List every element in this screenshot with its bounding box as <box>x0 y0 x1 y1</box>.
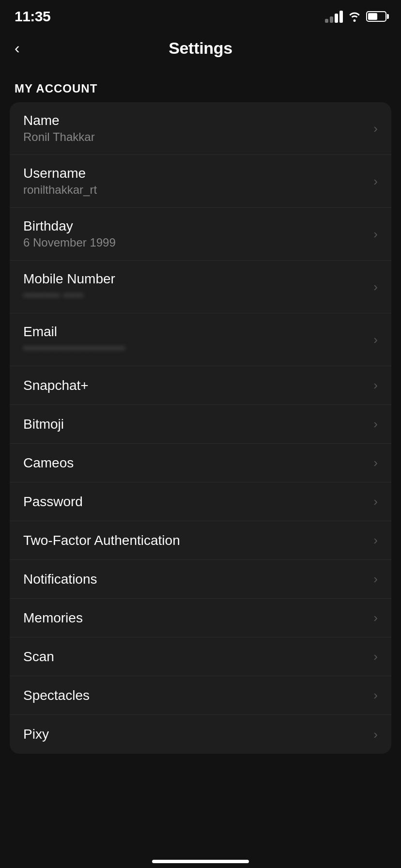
settings-item-content-cameos: Cameos <box>23 455 74 471</box>
settings-item-content-mobile: Mobile Number••••••••• ••••• <box>23 271 115 302</box>
settings-item-snapchat-plus[interactable]: Snapchat+› <box>10 366 391 405</box>
chevron-right-icon-notifications: › <box>373 572 378 587</box>
settings-item-title-pixy: Pixy <box>23 727 49 742</box>
settings-item-pixy[interactable]: Pixy› <box>10 715 391 754</box>
settings-card: NameRonil Thakkar›Usernameronilthakkar_r… <box>10 102 391 754</box>
section-my-account: MY ACCOUNT <box>0 72 401 102</box>
settings-item-subtitle-name: Ronil Thakkar <box>23 130 95 144</box>
settings-item-content-bitmoji: Bitmoji <box>23 417 64 432</box>
settings-item-title-two-factor: Two-Factor Authentication <box>23 533 180 548</box>
settings-item-title-birthday: Birthday <box>23 218 116 234</box>
settings-item-title-name: Name <box>23 113 95 128</box>
battery-icon <box>366 11 386 22</box>
signal-bar-4 <box>339 11 343 23</box>
settings-item-subtitle-email: ••••••••••••••••••••••••• <box>23 341 125 355</box>
settings-item-title-snapchat-plus: Snapchat+ <box>23 378 89 393</box>
settings-item-title-scan: Scan <box>23 649 54 665</box>
settings-item-subtitle-birthday: 6 November 1999 <box>23 236 116 249</box>
settings-item-title-cameos: Cameos <box>23 455 74 471</box>
settings-item-subtitle-username: ronilthakkar_rt <box>23 183 97 197</box>
settings-item-content-notifications: Notifications <box>23 572 97 587</box>
settings-item-title-mobile: Mobile Number <box>23 271 115 287</box>
back-chevron-icon: ‹ <box>15 39 20 57</box>
chevron-right-icon-bitmoji: › <box>373 417 378 432</box>
settings-item-scan[interactable]: Scan› <box>10 637 391 676</box>
chevron-right-icon-name: › <box>373 121 378 136</box>
settings-item-mobile[interactable]: Mobile Number••••••••• •••••› <box>10 261 391 313</box>
settings-item-birthday[interactable]: Birthday6 November 1999› <box>10 208 391 261</box>
status-bar: 11:35 <box>0 0 401 29</box>
settings-item-title-bitmoji: Bitmoji <box>23 417 64 432</box>
settings-item-title-email: Email <box>23 324 125 340</box>
settings-item-bitmoji[interactable]: Bitmoji› <box>10 405 391 444</box>
settings-item-email[interactable]: Email•••••••••••••••••••••••••› <box>10 313 391 366</box>
settings-item-content-username: Usernameronilthakkar_rt <box>23 166 97 197</box>
settings-item-password[interactable]: Password› <box>10 482 391 521</box>
status-icons <box>325 11 386 23</box>
wifi-icon <box>348 11 361 22</box>
settings-item-content-name: NameRonil Thakkar <box>23 113 95 144</box>
settings-item-username[interactable]: Usernameronilthakkar_rt› <box>10 155 391 208</box>
settings-item-subtitle-mobile: ••••••••• ••••• <box>23 289 115 302</box>
settings-item-title-memories: Memories <box>23 610 83 626</box>
chevron-right-icon-password: › <box>373 494 378 509</box>
chevron-right-icon-mobile: › <box>373 279 378 294</box>
settings-item-title-username: Username <box>23 166 97 181</box>
header: ‹ Settings <box>0 29 401 72</box>
chevron-right-icon-scan: › <box>373 649 378 664</box>
home-indicator <box>0 852 401 868</box>
signal-bar-3 <box>335 14 338 23</box>
chevron-right-icon-username: › <box>373 174 378 189</box>
settings-item-name[interactable]: NameRonil Thakkar› <box>10 102 391 155</box>
settings-item-content-two-factor: Two-Factor Authentication <box>23 533 180 548</box>
signal-icon <box>325 11 343 23</box>
chevron-right-icon-cameos: › <box>373 455 378 470</box>
settings-item-content-spectacles: Spectacles <box>23 688 90 703</box>
settings-item-content-memories: Memories <box>23 610 83 626</box>
settings-item-two-factor[interactable]: Two-Factor Authentication› <box>10 521 391 560</box>
signal-bar-2 <box>330 16 333 23</box>
settings-item-title-password: Password <box>23 494 83 510</box>
chevron-right-icon-birthday: › <box>373 227 378 242</box>
settings-item-content-pixy: Pixy <box>23 727 49 742</box>
back-button[interactable]: ‹ <box>15 39 20 57</box>
settings-item-content-email: Email••••••••••••••••••••••••• <box>23 324 125 355</box>
home-indicator-bar <box>152 860 249 863</box>
settings-item-content-snapchat-plus: Snapchat+ <box>23 378 89 393</box>
settings-item-title-spectacles: Spectacles <box>23 688 90 703</box>
settings-item-spectacles[interactable]: Spectacles› <box>10 676 391 715</box>
chevron-right-icon-two-factor: › <box>373 533 378 548</box>
chevron-right-icon-pixy: › <box>373 727 378 742</box>
settings-item-memories[interactable]: Memories› <box>10 599 391 637</box>
chevron-right-icon-snapchat-plus: › <box>373 378 378 393</box>
page-title: Settings <box>169 39 232 58</box>
signal-bar-1 <box>325 19 328 23</box>
settings-item-content-birthday: Birthday6 November 1999 <box>23 218 116 249</box>
status-time: 11:35 <box>15 8 50 25</box>
settings-item-title-notifications: Notifications <box>23 572 97 587</box>
settings-item-cameos[interactable]: Cameos› <box>10 444 391 482</box>
settings-item-content-scan: Scan <box>23 649 54 665</box>
chevron-right-icon-spectacles: › <box>373 688 378 703</box>
chevron-right-icon-email: › <box>373 332 378 347</box>
battery-fill <box>368 13 377 20</box>
settings-item-notifications[interactable]: Notifications› <box>10 560 391 599</box>
chevron-right-icon-memories: › <box>373 610 378 625</box>
settings-item-content-password: Password <box>23 494 83 510</box>
